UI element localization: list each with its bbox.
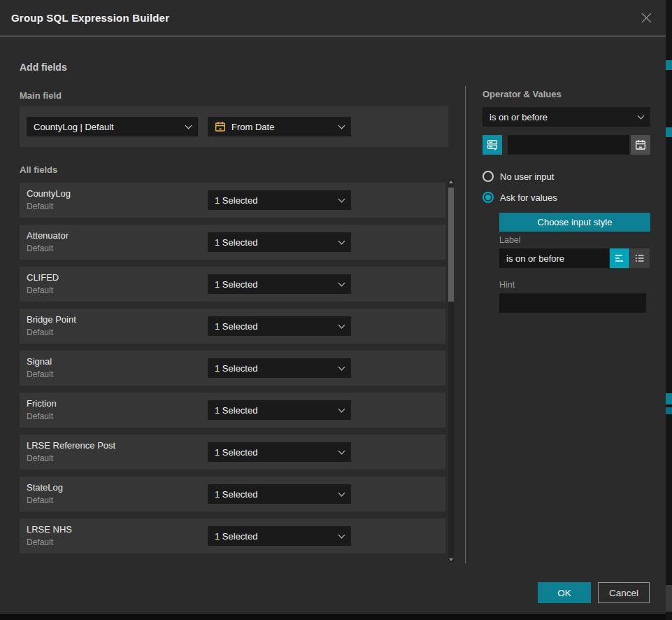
selected-count-label: 1 Selected — [215, 447, 257, 458]
date-picker-button[interactable] — [631, 135, 650, 155]
field-row-attenuator: Attenuator Default 1 Selected — [20, 225, 445, 260]
selected-count-label: 1 Selected — [215, 405, 257, 416]
background-fragment — [666, 585, 672, 612]
field-selected-dropdown[interactable]: 1 Selected — [208, 484, 351, 504]
field-subtitle: Default — [27, 202, 53, 211]
field-subtitle: Default — [27, 495, 53, 505]
field-name: Friction — [27, 398, 57, 409]
calendar-icon — [215, 121, 226, 132]
field-name: Attenuator — [27, 230, 69, 241]
radio-no-user-input[interactable]: No user input — [482, 171, 554, 182]
operator-select[interactable]: is on or before — [482, 107, 650, 127]
selected-count-label: 1 Selected — [215, 237, 257, 248]
hint-caption: Hint — [499, 280, 515, 290]
scrollbar-thumb[interactable] — [448, 188, 454, 302]
background-app-edge — [666, 0, 672, 620]
field-selected-dropdown[interactable]: 1 Selected — [208, 400, 351, 420]
selected-count-label: 1 Selected — [215, 531, 257, 542]
field-name: CLIFED — [27, 272, 59, 283]
main-field-label: Main field — [20, 90, 62, 101]
chevron-down-icon — [638, 112, 645, 119]
selected-count-label: 1 Selected — [215, 195, 257, 206]
calendar-icon — [635, 139, 646, 150]
group-sql-expression-builder-dialog: Group SQL Expression Builder Add fields … — [0, 0, 666, 614]
dialog-titlebar: Group SQL Expression Builder — [0, 0, 666, 36]
field-subtitle: Default — [27, 244, 53, 253]
chevron-down-icon — [338, 363, 345, 370]
field-row-countylog: CountyLog Default 1 Selected — [20, 183, 445, 218]
choose-input-style-button[interactable]: Choose input style — [499, 213, 650, 232]
label-caption: Label — [499, 235, 521, 245]
field-row-clifed: CLIFED Default 1 Selected — [20, 267, 445, 302]
field-selected-dropdown[interactable]: 1 Selected — [208, 442, 351, 462]
date-value-input[interactable] — [508, 135, 629, 155]
layer-select[interactable]: CountyLog | Default — [27, 117, 198, 136]
all-fields-list: CountyLog Default 1 Selected Attenuator … — [20, 183, 445, 554]
radio-checked-icon — [482, 192, 494, 203]
field-row-lrse-nhs: LRSE NHS Default 1 Selected — [20, 519, 445, 554]
layer-select-value: CountyLog | Default — [34, 122, 114, 132]
chevron-down-icon — [338, 122, 345, 129]
hint-input[interactable] — [499, 293, 646, 313]
radio-label: No user input — [500, 171, 554, 182]
triangle-down-icon — [449, 558, 453, 561]
field-selected-dropdown[interactable]: 1 Selected — [208, 232, 351, 252]
radio-label: Ask for values — [500, 192, 557, 203]
chevron-down-icon — [338, 237, 345, 244]
chevron-down-icon — [338, 531, 345, 538]
scroll-up-button[interactable] — [448, 179, 454, 185]
field-selected-dropdown[interactable]: 1 Selected — [208, 358, 351, 378]
field-name: LRSE NHS — [27, 524, 72, 535]
chevron-down-icon — [185, 122, 192, 129]
field-subtitle: Default — [27, 369, 53, 379]
chevron-down-icon — [338, 195, 345, 202]
triangle-up-icon — [449, 181, 453, 183]
selected-count-label: 1 Selected — [215, 363, 257, 374]
field-row-bridge-point: Bridge Point Default 1 Selected — [20, 309, 445, 344]
background-fragment — [666, 393, 672, 404]
chevron-down-icon — [338, 279, 345, 286]
pick-values-button[interactable] — [482, 135, 502, 155]
radio-ask-for-values[interactable]: Ask for values — [482, 192, 557, 203]
ok-button[interactable]: OK — [538, 582, 591, 603]
main-field-container: CountyLog | Default From Date — [20, 106, 448, 147]
fields-list-scrollbar[interactable] — [448, 179, 454, 563]
chevron-down-icon — [338, 321, 345, 328]
field-selected-dropdown[interactable]: 1 Selected — [208, 316, 351, 336]
main-field-select-value: From Date — [231, 122, 274, 132]
single-line-input-style-button[interactable] — [610, 248, 629, 268]
dialog-title: Group SQL Expression Builder — [11, 12, 169, 24]
field-subtitle: Default — [27, 453, 53, 463]
field-row-statelog: StateLog Default 1 Selected — [20, 477, 445, 512]
field-selected-dropdown[interactable]: 1 Selected — [208, 274, 351, 294]
stacked-value-picker-icon — [487, 139, 499, 151]
radio-unchecked-icon — [482, 171, 494, 182]
field-selected-dropdown[interactable]: 1 Selected — [208, 190, 351, 210]
bulleted-list-icon — [634, 253, 645, 264]
chevron-down-icon — [338, 489, 345, 496]
field-name: StateLog — [27, 482, 63, 493]
field-row-signal: Signal Default 1 Selected — [20, 351, 445, 386]
field-name: LRSE Reference Post — [27, 440, 115, 451]
background-fragment — [666, 60, 672, 70]
field-row-friction: Friction Default 1 Selected — [20, 393, 445, 428]
list-input-style-button[interactable] — [630, 248, 650, 268]
selected-count-label: 1 Selected — [215, 489, 257, 500]
field-selected-dropdown[interactable]: 1 Selected — [208, 526, 351, 546]
field-subtitle: Default — [27, 286, 53, 295]
operator-values-heading: Operator & Values — [482, 89, 562, 99]
field-name: Bridge Point — [27, 314, 76, 325]
close-icon — [641, 12, 652, 24]
all-fields-label: All fields — [20, 164, 57, 175]
main-field-select[interactable]: From Date — [208, 117, 351, 136]
panel-divider — [465, 86, 466, 563]
scroll-down-button[interactable] — [448, 557, 454, 563]
close-button[interactable] — [638, 10, 655, 27]
background-fragment — [666, 407, 672, 414]
selected-count-label: 1 Selected — [215, 321, 257, 332]
cancel-button[interactable]: Cancel — [598, 582, 650, 603]
operator-select-value: is on or before — [489, 112, 548, 122]
field-subtitle: Default — [27, 537, 53, 547]
label-input[interactable]: is on or before — [499, 248, 609, 268]
field-subtitle: Default — [27, 411, 53, 421]
